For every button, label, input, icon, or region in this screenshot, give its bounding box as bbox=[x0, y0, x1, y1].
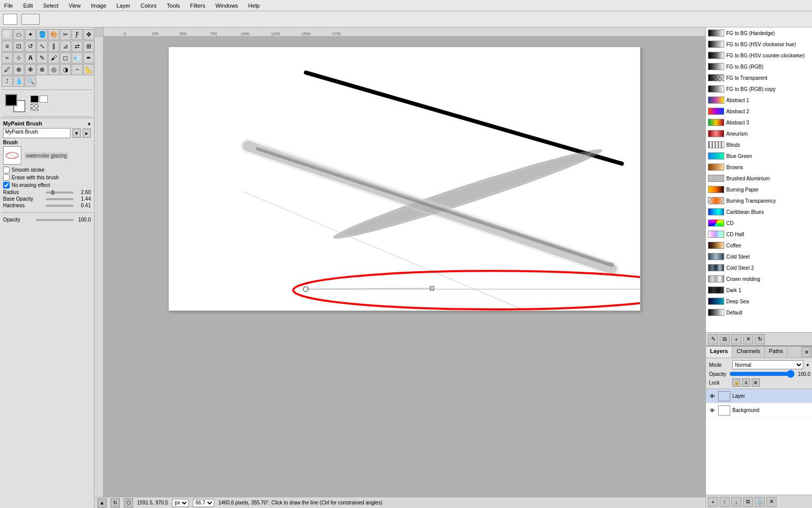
tool-rect-select[interactable]: ⬜ bbox=[2, 29, 13, 40]
lock-pixels[interactable]: 🔒 bbox=[732, 378, 740, 387]
smooth-stroke-checkbox[interactable] bbox=[3, 167, 10, 173]
layer-item-background[interactable]: 👁 Background bbox=[706, 403, 812, 418]
gradient-tool-duplicate[interactable]: ⧉ bbox=[720, 334, 730, 344]
tool-scissors[interactable]: ✂ bbox=[60, 29, 71, 40]
status-icon-refresh[interactable]: ↻ bbox=[111, 498, 120, 507]
gradient-item-caribbean-blues[interactable]: Caribbean Blues bbox=[706, 206, 812, 217]
layer-visibility-background[interactable]: 👁 bbox=[708, 406, 716, 415]
lock-position[interactable]: ⊕ bbox=[752, 378, 760, 387]
tool-rotate[interactable]: ↺ bbox=[25, 41, 36, 52]
canvas-scroll-area[interactable] bbox=[94, 37, 705, 497]
gradient-item-dark-1[interactable]: Dark 1 bbox=[706, 284, 812, 296]
tool-foreground-select[interactable]: Ƒ bbox=[72, 29, 83, 40]
base-opacity-slider[interactable] bbox=[46, 198, 74, 200]
layer-item-layer[interactable]: 👁 Layer bbox=[706, 389, 812, 403]
tool-shear[interactable]: ∥ bbox=[48, 41, 59, 52]
fg-color-swatch[interactable] bbox=[5, 94, 17, 106]
tool-flip[interactable]: ⇄ bbox=[72, 41, 83, 52]
menu-windows[interactable]: Windows bbox=[213, 2, 240, 10]
gradient-item-burning-paper[interactable]: Burning Paper bbox=[706, 184, 812, 195]
layer-visibility-layer[interactable]: 👁 bbox=[708, 392, 716, 400]
tool-select-color[interactable]: 🎨 bbox=[48, 29, 59, 40]
gradient-item-deep-sea[interactable]: Deep Sea bbox=[706, 296, 812, 307]
layer-tool-lower[interactable]: ↓ bbox=[731, 497, 741, 507]
tool-align[interactable]: ≡ bbox=[2, 41, 13, 52]
brush-dropdown[interactable]: MyPaint Brush bbox=[3, 128, 71, 138]
opacity-ctrl-slider[interactable] bbox=[729, 371, 795, 377]
gradient-item-crown-molding[interactable]: Crown molding bbox=[706, 273, 812, 284]
gradient-item-aneurism[interactable]: Aneurism bbox=[706, 128, 812, 139]
tool-fuzzy-select[interactable]: 🪣 bbox=[37, 29, 48, 40]
layers-panel-close[interactable]: ✕ bbox=[801, 347, 811, 357]
menu-tools[interactable]: Tools bbox=[165, 2, 182, 10]
brush-dropdown-arrow[interactable]: ▾ bbox=[73, 129, 81, 138]
tool-perspective[interactable]: ⊿ bbox=[60, 41, 71, 52]
tool-ellipse-select[interactable]: ⬭ bbox=[13, 29, 24, 40]
tool-smudge[interactable]: ~ bbox=[72, 64, 83, 75]
black-swatch[interactable] bbox=[30, 96, 39, 103]
tool-perspective-clone[interactable]: ⊗ bbox=[37, 64, 48, 75]
gradient-item-brushed-aluminium[interactable]: Brushed Aluminium bbox=[706, 173, 812, 184]
gradient-item-abstract1[interactable]: Abstract 1 bbox=[706, 94, 812, 106]
gradient-item-fg-bg-rgb-copy[interactable]: FG to BG (RGB) copy bbox=[706, 83, 812, 94]
lock-alpha[interactable]: α bbox=[742, 378, 750, 387]
gradient-item-fg-bg-hsv-ccw[interactable]: FG to BG (HSV counter-clockwise) bbox=[706, 50, 812, 61]
tab-layers[interactable]: Layers bbox=[706, 346, 732, 358]
erase-with-brush-checkbox[interactable] bbox=[3, 174, 10, 181]
gradient-item-burning-transparency[interactable]: Burning Transparency bbox=[706, 195, 812, 206]
gradient-item-abstract2[interactable]: Abstract 2 bbox=[706, 106, 812, 117]
layer-tool-new[interactable]: + bbox=[708, 497, 718, 507]
transparent-swatch[interactable] bbox=[30, 104, 39, 111]
gradient-item-cold-steel-2[interactable]: Cold Steel 2 bbox=[706, 262, 812, 273]
opacity-slider[interactable] bbox=[36, 219, 74, 221]
tool-option-swatch2[interactable] bbox=[21, 14, 40, 25]
tool-option-swatch1[interactable] bbox=[3, 14, 17, 25]
tool-measure[interactable]: 📐 bbox=[83, 64, 94, 75]
gradient-tool-delete[interactable]: ✕ bbox=[743, 334, 753, 344]
menu-filters[interactable]: Filters bbox=[188, 2, 208, 10]
layer-tool-duplicate[interactable]: ⧉ bbox=[743, 497, 753, 507]
menu-image[interactable]: Image bbox=[89, 2, 109, 10]
tool-crop[interactable]: ⊡ bbox=[13, 41, 24, 52]
tool-pencil[interactable]: ✎ bbox=[37, 52, 48, 64]
mode-dropdown-arrow[interactable]: ▾ bbox=[806, 362, 809, 368]
gradient-item-cd-half[interactable]: CD Half bbox=[706, 229, 812, 240]
menu-edit[interactable]: Edit bbox=[21, 2, 35, 10]
white-swatch[interactable] bbox=[40, 96, 48, 103]
tool-airbrush[interactable]: 💨 bbox=[72, 52, 83, 64]
zoom-select[interactable]: 66.7 bbox=[193, 499, 214, 507]
menu-view[interactable]: View bbox=[66, 2, 83, 10]
tool-path[interactable]: ⤴ bbox=[2, 76, 13, 87]
tool-clone[interactable]: ⊕ bbox=[13, 64, 24, 75]
tab-paths[interactable]: Paths bbox=[765, 346, 788, 358]
tool-heal[interactable]: ✙ bbox=[25, 64, 36, 75]
tool-mypaint[interactable]: 🖊 bbox=[2, 64, 13, 75]
tool-colorpicker[interactable]: 💧 bbox=[13, 76, 24, 87]
layer-tool-raise[interactable]: ↑ bbox=[720, 497, 730, 507]
gradient-item-fg-transparent[interactable]: FG to Transparent bbox=[706, 72, 812, 83]
no-erasing-checkbox[interactable] bbox=[3, 182, 10, 188]
gradient-tool-refresh[interactable]: ↻ bbox=[755, 334, 765, 344]
radius-slider[interactable] bbox=[46, 192, 74, 194]
gradient-item-blinds[interactable]: Blinds bbox=[706, 139, 812, 150]
layer-tool-anchor[interactable]: ⚓ bbox=[755, 497, 765, 507]
menu-colors[interactable]: Colors bbox=[139, 2, 159, 10]
tool-handle-transform[interactable]: ⊹ bbox=[13, 52, 24, 64]
tool-cage[interactable]: ⊞ bbox=[83, 41, 94, 52]
tool-ink[interactable]: ✒ bbox=[83, 52, 94, 64]
gradient-item-abstract3[interactable]: Abstract 3 bbox=[706, 117, 812, 128]
menu-layer[interactable]: Layer bbox=[115, 2, 133, 10]
tool-move[interactable]: ✥ bbox=[83, 29, 94, 40]
mode-select[interactable]: Normal bbox=[732, 360, 803, 369]
gradient-item-cd[interactable]: CD bbox=[706, 217, 812, 229]
tool-eraser[interactable]: ◻ bbox=[60, 52, 71, 64]
gradient-item-coffee[interactable]: Coffee bbox=[706, 240, 812, 251]
tool-blur[interactable]: ◎ bbox=[48, 64, 59, 75]
gradient-item-browns[interactable]: Browns bbox=[706, 162, 812, 173]
hardness-slider[interactable] bbox=[46, 205, 74, 207]
tool-zoom[interactable]: 🔍 bbox=[25, 76, 36, 87]
gradient-tool-new[interactable]: + bbox=[731, 334, 741, 344]
brush-panel-collapse[interactable]: ▾ bbox=[88, 121, 91, 128]
status-icon-triangle[interactable]: ▲ bbox=[97, 498, 107, 507]
gradient-tool-edit[interactable]: ✎ bbox=[708, 334, 718, 344]
